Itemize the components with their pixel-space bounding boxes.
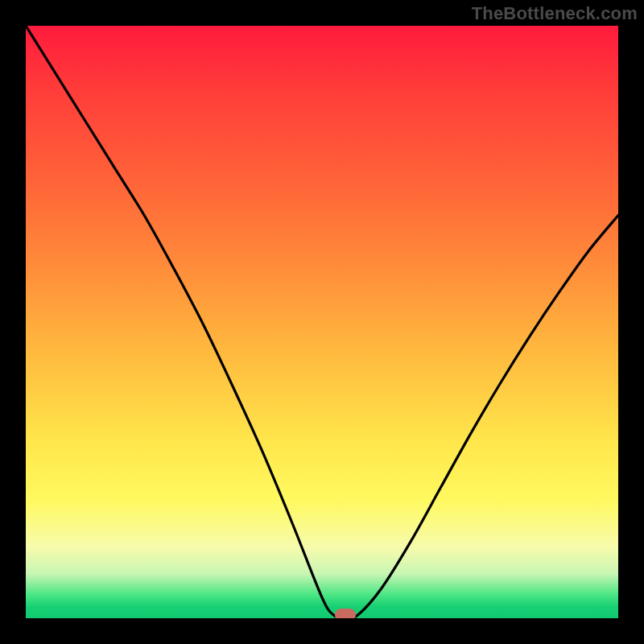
watermark-text: TheBottleneck.com — [472, 3, 638, 24]
plot-area — [26, 26, 618, 618]
outer-frame: TheBottleneck.com — [0, 0, 644, 644]
optimal-point-marker — [335, 609, 356, 618]
bottleneck-curve — [26, 26, 618, 618]
